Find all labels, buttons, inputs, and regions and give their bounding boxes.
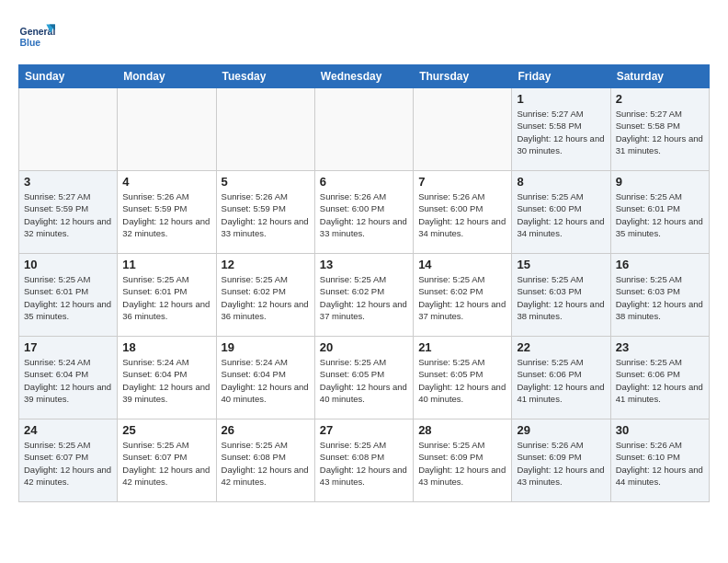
- day-number: 8: [517, 175, 605, 189]
- weekday-header-row: SundayMondayTuesdayWednesdayThursdayFrid…: [19, 65, 710, 88]
- day-info: Sunrise: 5:25 AM Sunset: 6:01 PM Dayligh…: [616, 190, 704, 239]
- weekday-header-friday: Friday: [512, 65, 610, 88]
- week-row-3: 10Sunrise: 5:25 AM Sunset: 6:01 PM Dayli…: [19, 254, 710, 337]
- day-info: Sunrise: 5:25 AM Sunset: 6:02 PM Dayligh…: [320, 273, 408, 322]
- day-info: Sunrise: 5:25 AM Sunset: 6:01 PM Dayligh…: [122, 273, 210, 322]
- day-number: 7: [418, 175, 506, 189]
- calendar-cell: 20Sunrise: 5:25 AM Sunset: 6:05 PM Dayli…: [314, 337, 413, 419]
- day-info: Sunrise: 5:26 AM Sunset: 5:59 PM Dayligh…: [222, 190, 310, 239]
- day-info: Sunrise: 5:25 AM Sunset: 6:02 PM Dayligh…: [418, 273, 506, 322]
- calendar-cell: 1Sunrise: 5:27 AM Sunset: 5:58 PM Daylig…: [512, 88, 610, 171]
- calendar-cell: [414, 88, 512, 171]
- weekday-header-thursday: Thursday: [414, 65, 512, 88]
- calendar-cell: [216, 88, 314, 171]
- day-info: Sunrise: 5:24 AM Sunset: 6:04 PM Dayligh…: [122, 356, 210, 405]
- day-info: Sunrise: 5:25 AM Sunset: 6:05 PM Dayligh…: [418, 356, 506, 405]
- day-info: Sunrise: 5:26 AM Sunset: 6:00 PM Dayligh…: [418, 190, 506, 239]
- day-info: Sunrise: 5:25 AM Sunset: 6:08 PM Dayligh…: [222, 439, 310, 488]
- calendar-cell: 29Sunrise: 5:26 AM Sunset: 6:09 PM Dayli…: [512, 419, 610, 502]
- calendar-cell: [314, 88, 413, 171]
- calendar-cell: 23Sunrise: 5:25 AM Sunset: 6:06 PM Dayli…: [610, 337, 709, 419]
- day-number: 6: [320, 175, 408, 189]
- calendar-cell: 19Sunrise: 5:24 AM Sunset: 6:04 PM Dayli…: [216, 337, 314, 419]
- calendar-cell: 14Sunrise: 5:25 AM Sunset: 6:02 PM Dayli…: [414, 254, 512, 337]
- day-info: Sunrise: 5:24 AM Sunset: 6:04 PM Dayligh…: [222, 356, 310, 405]
- calendar-cell: 30Sunrise: 5:26 AM Sunset: 6:10 PM Dayli…: [610, 419, 709, 502]
- day-info: Sunrise: 5:25 AM Sunset: 6:00 PM Dayligh…: [517, 190, 605, 239]
- day-number: 21: [418, 340, 506, 354]
- day-info: Sunrise: 5:25 AM Sunset: 6:01 PM Dayligh…: [24, 273, 112, 322]
- day-number: 16: [616, 258, 704, 271]
- calendar-cell: 6Sunrise: 5:26 AM Sunset: 6:00 PM Daylig…: [314, 171, 413, 254]
- day-number: 13: [320, 258, 408, 271]
- calendar-cell: 27Sunrise: 5:25 AM Sunset: 6:08 PM Dayli…: [314, 419, 413, 502]
- page-header: General Blue: [18, 18, 710, 55]
- calendar-cell: 7Sunrise: 5:26 AM Sunset: 6:00 PM Daylig…: [414, 171, 512, 254]
- weekday-header-wednesday: Wednesday: [314, 65, 413, 88]
- day-info: Sunrise: 5:27 AM Sunset: 5:59 PM Dayligh…: [24, 190, 112, 239]
- weekday-header-saturday: Saturday: [610, 65, 709, 88]
- calendar-cell: 28Sunrise: 5:25 AM Sunset: 6:09 PM Dayli…: [414, 419, 512, 502]
- day-number: 5: [222, 175, 310, 189]
- calendar-cell: 22Sunrise: 5:25 AM Sunset: 6:06 PM Dayli…: [512, 337, 610, 419]
- calendar-cell: 21Sunrise: 5:25 AM Sunset: 6:05 PM Dayli…: [414, 337, 512, 419]
- day-number: 3: [24, 175, 112, 189]
- day-info: Sunrise: 5:25 AM Sunset: 6:07 PM Dayligh…: [122, 439, 210, 488]
- calendar-cell: 24Sunrise: 5:25 AM Sunset: 6:07 PM Dayli…: [19, 419, 118, 502]
- day-number: 9: [616, 175, 704, 189]
- day-info: Sunrise: 5:25 AM Sunset: 6:09 PM Dayligh…: [418, 439, 506, 488]
- calendar-cell: 4Sunrise: 5:26 AM Sunset: 5:59 PM Daylig…: [118, 171, 216, 254]
- calendar-cell: 9Sunrise: 5:25 AM Sunset: 6:01 PM Daylig…: [610, 171, 709, 254]
- svg-text:Blue: Blue: [20, 38, 41, 48]
- day-number: 22: [517, 340, 605, 354]
- calendar-cell: 18Sunrise: 5:24 AM Sunset: 6:04 PM Dayli…: [118, 337, 216, 419]
- day-info: Sunrise: 5:25 AM Sunset: 6:08 PM Dayligh…: [320, 439, 408, 488]
- calendar-cell: 10Sunrise: 5:25 AM Sunset: 6:01 PM Dayli…: [19, 254, 118, 337]
- day-info: Sunrise: 5:25 AM Sunset: 6:06 PM Dayligh…: [616, 356, 704, 405]
- day-info: Sunrise: 5:27 AM Sunset: 5:58 PM Dayligh…: [616, 108, 704, 156]
- calendar-cell: 8Sunrise: 5:25 AM Sunset: 6:00 PM Daylig…: [512, 171, 610, 254]
- day-info: Sunrise: 5:25 AM Sunset: 6:03 PM Dayligh…: [517, 273, 605, 322]
- day-number: 15: [517, 258, 605, 271]
- day-info: Sunrise: 5:26 AM Sunset: 6:10 PM Dayligh…: [616, 439, 704, 488]
- day-info: Sunrise: 5:26 AM Sunset: 5:59 PM Dayligh…: [122, 190, 210, 239]
- day-info: Sunrise: 5:24 AM Sunset: 6:04 PM Dayligh…: [24, 356, 112, 405]
- calendar-table: SundayMondayTuesdayWednesdayThursdayFrid…: [18, 64, 710, 502]
- calendar-cell: [118, 88, 216, 171]
- day-info: Sunrise: 5:27 AM Sunset: 5:58 PM Dayligh…: [517, 108, 605, 156]
- calendar-cell: 16Sunrise: 5:25 AM Sunset: 6:03 PM Dayli…: [610, 254, 709, 337]
- calendar-cell: 26Sunrise: 5:25 AM Sunset: 6:08 PM Dayli…: [216, 419, 314, 502]
- calendar-cell: 13Sunrise: 5:25 AM Sunset: 6:02 PM Dayli…: [314, 254, 413, 337]
- day-number: 19: [222, 340, 310, 354]
- week-row-2: 3Sunrise: 5:27 AM Sunset: 5:59 PM Daylig…: [19, 171, 710, 254]
- day-number: 4: [122, 175, 210, 189]
- day-number: 2: [616, 92, 704, 106]
- calendar-cell: 2Sunrise: 5:27 AM Sunset: 5:58 PM Daylig…: [610, 88, 709, 171]
- weekday-header-tuesday: Tuesday: [216, 65, 314, 88]
- calendar-cell: [19, 88, 118, 171]
- day-number: 24: [24, 423, 112, 437]
- week-row-1: 1Sunrise: 5:27 AM Sunset: 5:58 PM Daylig…: [19, 88, 710, 171]
- day-number: 11: [122, 258, 210, 271]
- logo-icon: General Blue: [18, 18, 55, 55]
- week-row-4: 17Sunrise: 5:24 AM Sunset: 6:04 PM Dayli…: [19, 337, 710, 419]
- day-number: 25: [122, 423, 210, 437]
- day-info: Sunrise: 5:26 AM Sunset: 6:00 PM Dayligh…: [320, 190, 408, 239]
- day-number: 28: [418, 423, 506, 437]
- week-row-5: 24Sunrise: 5:25 AM Sunset: 6:07 PM Dayli…: [19, 419, 710, 502]
- day-number: 14: [418, 258, 506, 271]
- calendar-cell: 25Sunrise: 5:25 AM Sunset: 6:07 PM Dayli…: [118, 419, 216, 502]
- calendar-cell: 11Sunrise: 5:25 AM Sunset: 6:01 PM Dayli…: [118, 254, 216, 337]
- day-number: 17: [24, 340, 112, 354]
- day-info: Sunrise: 5:25 AM Sunset: 6:07 PM Dayligh…: [24, 439, 112, 488]
- day-info: Sunrise: 5:25 AM Sunset: 6:06 PM Dayligh…: [517, 356, 605, 405]
- day-number: 27: [320, 423, 408, 437]
- day-info: Sunrise: 5:25 AM Sunset: 6:05 PM Dayligh…: [320, 356, 408, 405]
- calendar-cell: 5Sunrise: 5:26 AM Sunset: 5:59 PM Daylig…: [216, 171, 314, 254]
- day-number: 26: [222, 423, 310, 437]
- day-info: Sunrise: 5:26 AM Sunset: 6:09 PM Dayligh…: [517, 439, 605, 488]
- day-info: Sunrise: 5:25 AM Sunset: 6:02 PM Dayligh…: [222, 273, 310, 322]
- weekday-header-monday: Monday: [118, 65, 216, 88]
- calendar-cell: 17Sunrise: 5:24 AM Sunset: 6:04 PM Dayli…: [19, 337, 118, 419]
- day-number: 30: [616, 423, 704, 437]
